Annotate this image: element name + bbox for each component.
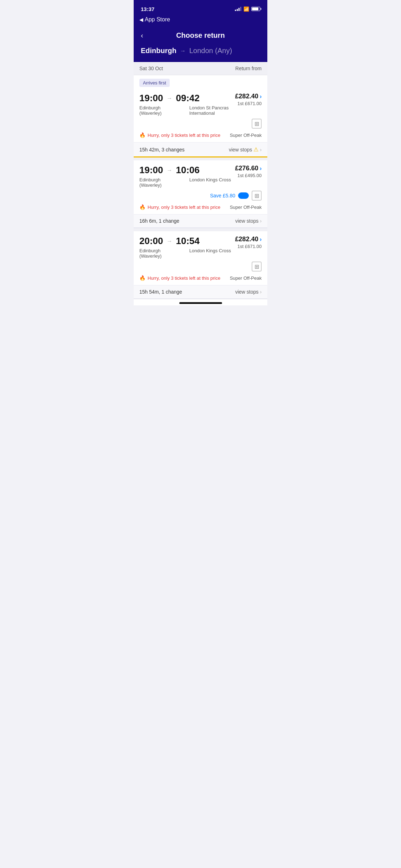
warning-icon-1: ⚠ <box>253 146 258 153</box>
page-title: Choose return <box>176 31 225 40</box>
fire-icon-3: 🔥 <box>139 275 145 281</box>
price-first-2: 1st £495.00 <box>235 173 262 178</box>
duration-row-1[interactable]: 15h 42m, 3 changes view stops ⚠ › <box>134 142 267 157</box>
wifi-icon: 📶 <box>243 6 249 12</box>
price-chevron-icon-2: › <box>260 165 262 172</box>
arrive-time-2: 10:06 <box>176 165 200 176</box>
origin-station-1: Edinburgh (Waverley) <box>139 105 182 116</box>
duration-text-1: 15h 42m, 3 changes <box>139 147 185 153</box>
toggle-icon-2[interactable] <box>238 192 249 199</box>
price-first-1: 1st £671.00 <box>235 101 262 106</box>
ticket-type-1: Super Off-Peak <box>230 133 262 138</box>
price-2: £276.60 <box>235 165 258 172</box>
status-icons: 📶 <box>235 6 260 12</box>
view-stops-label-3: view stops <box>235 289 258 295</box>
dest-station-3: London Kings Cross <box>186 248 235 259</box>
back-arrow-small-icon: ◀ <box>139 17 143 22</box>
arrive-time-3: 10:54 <box>176 236 200 247</box>
hurry-text-2: Hurry, only 3 tickets left at this price <box>148 205 220 210</box>
dest-station-1: London St Pancras International <box>186 105 235 116</box>
header: ‹ Choose return <box>134 26 267 47</box>
ticket-type-2: Super Off-Peak <box>230 205 262 210</box>
price-1: £282.40 <box>235 93 258 100</box>
train-result-2[interactable]: 19:00 → 10:06 Edinburgh (Waverley) Londo… <box>134 160 267 214</box>
depart-time-3: 20:00 <box>139 236 163 247</box>
view-stops-button-3[interactable]: view stops › <box>235 289 262 295</box>
app-store-label: App Store <box>145 16 170 23</box>
qr-icon-3: ⊞ <box>252 262 262 272</box>
duration-row-3[interactable]: 15h 54m, 1 change view stops › <box>134 285 267 299</box>
home-bar <box>179 302 222 304</box>
date-row: Sat 30 Oct Return from <box>134 62 267 75</box>
ticket-type-3: Super Off-Peak <box>230 275 262 281</box>
route-bar: Edinburgh → London (Any) <box>134 47 267 62</box>
hurry-text-3: Hurry, only 3 tickets left at this price <box>148 275 220 281</box>
view-stops-label-2: view stops <box>235 218 258 224</box>
fire-icon-2: 🔥 <box>139 204 145 210</box>
battery-icon <box>251 7 260 11</box>
duration-text-3: 15h 54m, 1 change <box>139 289 182 295</box>
time-arrow-icon-1: → <box>167 95 173 102</box>
time-arrow-icon-3: → <box>167 238 173 244</box>
price-3: £282.40 <box>235 236 258 243</box>
route-destination: London (Any) <box>189 47 232 55</box>
save-label-2: Save £5.80 <box>210 193 235 198</box>
dest-station-2: London Kings Cross <box>186 177 235 188</box>
route-arrow-icon: → <box>180 48 186 54</box>
home-indicator <box>134 299 267 305</box>
qr-icon-2: ⊞ <box>252 191 262 201</box>
depart-time-1: 19:00 <box>139 93 163 104</box>
view-stops-label-1: view stops <box>229 147 252 153</box>
train-result-3[interactable]: 20:00 → 10:54 Edinburgh (Waverley) Londo… <box>134 231 267 285</box>
route-origin: Edinburgh <box>141 47 176 55</box>
status-bar: 13:37 📶 <box>134 0 267 16</box>
return-from-label: Return from <box>235 66 262 71</box>
time-arrow-icon-2: → <box>167 167 173 174</box>
price-chevron-icon-1: › <box>260 93 262 100</box>
arrive-time-1: 09:42 <box>176 93 200 104</box>
view-stops-chevron-icon-2: › <box>260 218 262 224</box>
view-stops-button-1[interactable]: view stops ⚠ › <box>229 146 262 153</box>
duration-text-2: 16h 6m, 1 change <box>139 218 179 224</box>
view-stops-chevron-icon-1: › <box>260 147 262 153</box>
origin-station-3: Edinburgh (Waverley) <box>139 248 182 259</box>
origin-station-2: Edinburgh (Waverley) <box>139 177 182 188</box>
depart-time-2: 19:00 <box>139 165 163 176</box>
hurry-text-1: Hurry, only 3 tickets left at this price <box>148 133 220 138</box>
date-label: Sat 30 Oct <box>139 66 163 71</box>
signal-icon <box>235 7 241 11</box>
status-time: 13:37 <box>141 6 154 12</box>
arrives-first-badge: Arrives first <box>139 79 170 87</box>
fire-icon-1: 🔥 <box>139 132 145 138</box>
view-stops-button-2[interactable]: view stops › <box>235 218 262 224</box>
duration-row-2[interactable]: 16h 6m, 1 change view stops › <box>134 214 267 228</box>
price-first-3: 1st £671.00 <box>235 244 262 249</box>
qr-icon-1: ⊞ <box>252 119 262 129</box>
view-stops-chevron-icon-3: › <box>260 289 262 295</box>
back-button[interactable]: ‹ <box>139 30 145 41</box>
train-result-1[interactable]: 19:00 → 09:42 Edinburgh (Waverley) Londo… <box>134 88 267 142</box>
app-store-nav[interactable]: ◀ App Store <box>134 16 267 26</box>
price-chevron-icon-3: › <box>260 236 262 243</box>
